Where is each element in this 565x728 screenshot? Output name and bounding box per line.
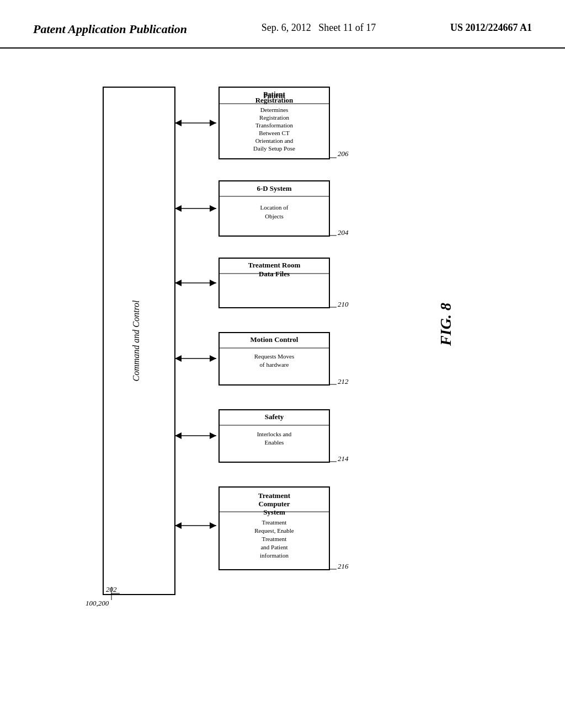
svg-text:Registration: Registration xyxy=(259,114,289,121)
svg-text:Treatment: Treatment xyxy=(262,519,287,526)
svg-text:Daily Setup Pose: Daily Setup Pose xyxy=(253,145,295,152)
svg-text:Location of: Location of xyxy=(260,204,288,211)
svg-text:204: 204 xyxy=(338,228,349,237)
diagram-container: Command and Control xyxy=(76,71,489,677)
main-content: Command and Control xyxy=(0,49,565,699)
svg-rect-40 xyxy=(219,258,329,308)
svg-text:202: 202 xyxy=(106,585,117,593)
svg-text:Between CT: Between CT xyxy=(259,130,290,136)
svg-text:Motion Control: Motion Control xyxy=(250,335,299,344)
svg-text:Treatment: Treatment xyxy=(262,536,287,542)
svg-text:Interlocks and: Interlocks and xyxy=(257,431,292,437)
svg-marker-4 xyxy=(210,120,216,126)
header-center: Sep. 6, 2012 Sheet 11 of 17 xyxy=(262,22,376,34)
page-header: Patent Application Publication Sep. 6, 2… xyxy=(0,0,565,49)
svg-rect-46 xyxy=(219,333,329,385)
svg-text:Patient: Patient xyxy=(263,92,285,100)
svg-text:FIG. 8: FIG. 8 xyxy=(437,303,454,346)
svg-text:Transformation: Transformation xyxy=(255,122,294,129)
svg-text:210: 210 xyxy=(338,300,349,308)
svg-rect-33 xyxy=(219,181,329,236)
svg-text:Computer: Computer xyxy=(258,500,290,508)
svg-text:Command and Control: Command and Control xyxy=(131,300,141,382)
svg-rect-60 xyxy=(219,487,329,570)
svg-text:6-D System: 6-D System xyxy=(257,184,291,192)
diagram-svg: Command and Control xyxy=(76,71,489,677)
svg-rect-20 xyxy=(219,87,329,159)
svg-text:Treatment: Treatment xyxy=(258,491,291,500)
svg-marker-16 xyxy=(210,432,216,439)
svg-text:214: 214 xyxy=(338,454,349,463)
svg-text:information: information xyxy=(260,552,289,559)
svg-text:Treatment Room: Treatment Room xyxy=(248,261,301,269)
svg-text:Data Files: Data Files xyxy=(259,270,290,278)
svg-rect-53 xyxy=(219,410,329,462)
publication-date: Sep. 6, 2012 xyxy=(262,22,311,33)
svg-marker-10 xyxy=(210,280,216,286)
svg-marker-3 xyxy=(175,120,182,126)
svg-text:Safety: Safety xyxy=(265,413,284,421)
svg-marker-9 xyxy=(175,280,182,286)
svg-rect-0 xyxy=(103,87,175,595)
svg-text:216: 216 xyxy=(338,562,349,570)
svg-text:Objects: Objects xyxy=(265,213,284,220)
svg-marker-18 xyxy=(175,522,182,529)
svg-text:and Patient: and Patient xyxy=(260,544,287,550)
sheet-info: Sheet 11 of 17 xyxy=(318,22,376,33)
svg-text:Patient: Patient xyxy=(263,90,285,98)
svg-text:Registration: Registration xyxy=(255,96,294,104)
svg-text:System: System xyxy=(263,508,285,516)
svg-text:212: 212 xyxy=(338,377,349,386)
svg-marker-19 xyxy=(210,522,216,529)
publication-title: Patent Application Publication xyxy=(33,22,187,36)
svg-marker-13 xyxy=(210,355,216,362)
svg-marker-15 xyxy=(175,432,182,439)
svg-text:Orientation and: Orientation and xyxy=(255,137,294,144)
svg-text:Requests Moves: Requests Moves xyxy=(254,353,294,360)
svg-text:Enables: Enables xyxy=(265,439,284,446)
patent-number: US 2012/224667 A1 xyxy=(450,22,532,34)
svg-marker-12 xyxy=(175,355,182,362)
svg-text:of hardware: of hardware xyxy=(260,361,289,368)
svg-text:206: 206 xyxy=(338,149,349,158)
svg-text:Request, Enable: Request, Enable xyxy=(254,527,294,534)
svg-marker-7 xyxy=(210,205,216,212)
svg-text:Determines: Determines xyxy=(260,106,289,113)
svg-text:100,200: 100,200 xyxy=(86,599,109,607)
svg-marker-6 xyxy=(175,205,182,212)
